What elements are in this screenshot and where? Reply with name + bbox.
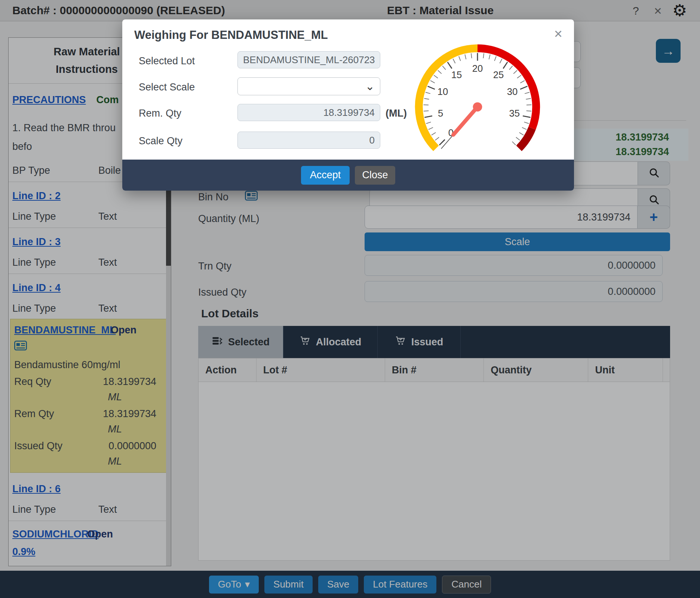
modal-title: Weighing For BENDAMUSTINE_ML bbox=[134, 28, 328, 42]
svg-text:5: 5 bbox=[438, 108, 443, 118]
chevron-down-icon: ⌄ bbox=[365, 84, 375, 88]
scale-gauge: 05101520253035 bbox=[406, 36, 549, 157]
svg-text:30: 30 bbox=[507, 86, 518, 97]
selected-lot-label: Selected Lot bbox=[139, 55, 195, 67]
svg-text:10: 10 bbox=[438, 86, 448, 97]
rem-qty-label: Rem. Qty bbox=[139, 108, 181, 119]
modal-footer: Accept Close bbox=[122, 160, 574, 191]
scale-qty-input[interactable]: 0 bbox=[237, 132, 380, 149]
selected-lot-input: BENDAMUSTINE_ML-260723-C bbox=[237, 51, 380, 68]
svg-text:15: 15 bbox=[451, 70, 462, 80]
svg-text:20: 20 bbox=[472, 63, 483, 74]
select-scale-dropdown[interactable]: ⌄ bbox=[237, 77, 380, 95]
weighing-modal: Weighing For BENDAMUSTINE_ML ✕ Selected … bbox=[122, 19, 574, 191]
scale-qty-label: Scale Qty bbox=[139, 135, 182, 147]
modal-close-icon[interactable]: ✕ bbox=[554, 28, 563, 40]
svg-text:25: 25 bbox=[493, 70, 504, 80]
rem-qty-input: 18.3199734 bbox=[237, 104, 380, 121]
accept-button[interactable]: Accept bbox=[301, 166, 350, 185]
select-scale-label: Select Scale bbox=[139, 81, 195, 93]
svg-text:35: 35 bbox=[509, 108, 520, 118]
close-button[interactable]: Close bbox=[355, 166, 395, 185]
app-root: Batch# : 000000000000090 (RELEASED) EBT … bbox=[0, 0, 700, 598]
rem-qty-unit: (ML) bbox=[386, 108, 407, 119]
